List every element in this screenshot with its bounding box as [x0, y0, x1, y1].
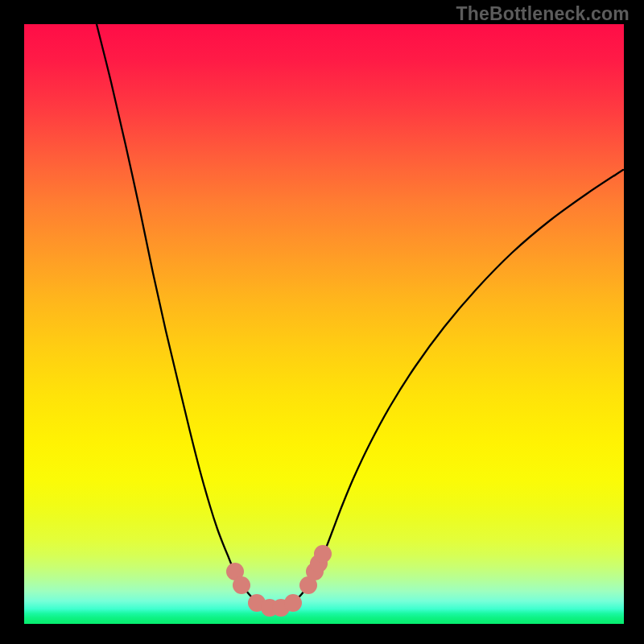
data-marker [314, 545, 332, 563]
bottleneck-curve [24, 24, 624, 624]
watermark-text: TheBottleneck.com [456, 3, 630, 25]
plot-area [24, 24, 624, 624]
data-marker [284, 594, 302, 612]
data-marker [233, 576, 250, 594]
chart-frame: TheBottleneck.com [0, 0, 644, 644]
